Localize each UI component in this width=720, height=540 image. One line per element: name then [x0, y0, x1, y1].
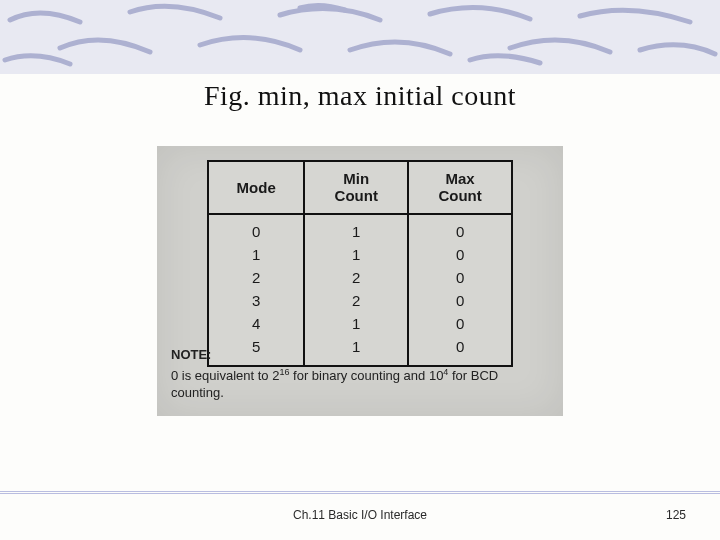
page-title: Fig. min, max initial count — [0, 80, 720, 112]
table-row: 0 1 0 — [208, 214, 512, 243]
col-header-max: MaxCount — [408, 161, 512, 214]
decorative-header-band — [0, 0, 720, 74]
table-row: 1 1 0 — [208, 243, 512, 266]
footer: Ch.11 Basic I/O Interface 125 — [0, 508, 720, 528]
footer-chapter: Ch.11 Basic I/O Interface — [293, 508, 427, 522]
footer-page-number: 125 — [666, 508, 686, 522]
table-note: NOTE: 0 is equivalent to 216 for binary … — [171, 346, 549, 402]
note-text: 0 is equivalent to 216 for binary counti… — [171, 368, 498, 401]
table-row: 2 2 0 — [208, 266, 512, 289]
col-header-min: MinCount — [304, 161, 408, 214]
table-row: 3 2 0 — [208, 289, 512, 312]
min-max-count-table: Mode MinCount MaxCount 0 1 0 1 1 0 2 2 0 — [207, 160, 513, 367]
footer-divider — [0, 491, 720, 494]
table-row: 4 1 0 — [208, 312, 512, 335]
col-header-mode: Mode — [208, 161, 304, 214]
scanned-table-figure: Mode MinCount MaxCount 0 1 0 1 1 0 2 2 0 — [157, 146, 563, 416]
note-label: NOTE: — [171, 346, 549, 364]
wave-pattern-icon — [0, 0, 720, 74]
